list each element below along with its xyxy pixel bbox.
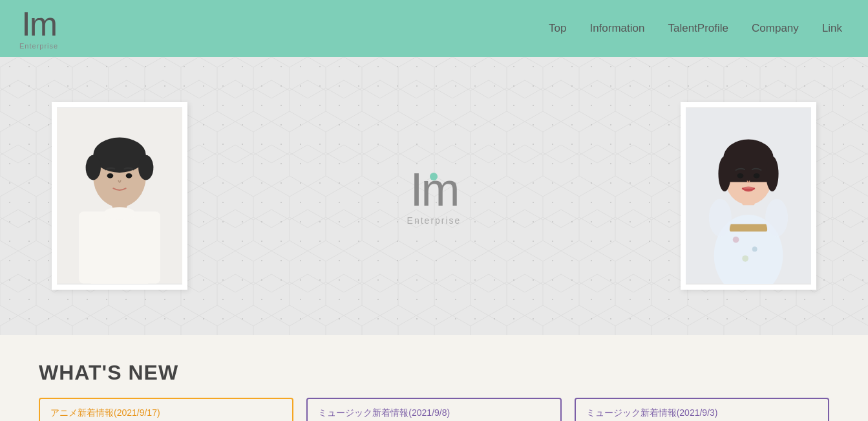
svg-point-15 [752,247,757,252]
nav-information[interactable]: Information [589,22,644,35]
svg-point-24 [737,173,744,178]
hero-section: Im Enterprise [0,57,868,335]
news-card-1-text: アニメ新着情報(2021/9/17) [50,407,160,418]
svg-point-26 [709,199,732,237]
svg-point-4 [93,138,145,173]
nav-link[interactable]: Link [822,22,842,35]
whats-new-section: WHAT'S NEW アニメ新着情報(2021/9/17) ミュージック新着情報… [0,335,868,421]
whats-new-title: WHAT'S NEW [39,361,829,385]
svg-rect-17 [730,224,767,232]
center-logo-enterprise: Enterprise [407,215,461,226]
svg-point-8 [126,173,132,178]
talent-photo-male [52,102,187,290]
svg-point-5 [86,155,101,180]
svg-point-25 [754,173,760,178]
news-card-3-text: ミュージック新着情報(2021/9/3) [586,407,718,418]
news-card-2[interactable]: ミュージック新着情報(2021/9/8) [306,398,561,421]
center-logo: Im Enterprise [407,166,461,226]
nav-talent-profile[interactable]: TalentProfile [668,22,728,35]
nav-company[interactable]: Company [752,22,799,35]
svg-point-11 [104,207,135,219]
logo-main-text: Im [21,7,56,41]
news-card-1[interactable]: アニメ新着情報(2021/9/17) [39,398,293,421]
svg-point-14 [733,237,739,243]
logo-area: Im Enterprise [19,7,58,50]
svg-point-27 [765,199,788,237]
svg-point-6 [138,155,153,180]
news-card-3[interactable]: ミュージック新着情報(2021/9/3) [575,398,829,421]
svg-point-7 [107,173,114,178]
header: Im Enterprise Top Information TalentProf… [0,0,868,57]
main-nav: Top Information TalentProfile Company Li… [549,22,842,35]
svg-rect-23 [725,171,772,182]
center-logo-dot [430,173,438,180]
svg-rect-10 [79,211,160,284]
news-cards-container: アニメ新着情報(2021/9/17) ミュージック新着情報(2021/9/8) … [39,398,829,421]
hero-content: Im Enterprise [0,57,868,335]
male-talent-svg [57,108,182,284]
nav-top[interactable]: Top [549,22,566,35]
logo-enterprise-text: Enterprise [19,42,58,50]
svg-point-16 [742,255,748,262]
logo-dot [36,12,42,18]
talent-photo-female [681,102,816,290]
female-talent-svg [686,108,811,284]
news-card-2-text: ミュージック新着情報(2021/9/8) [318,407,450,418]
center-logo-text: Im [410,166,458,213]
